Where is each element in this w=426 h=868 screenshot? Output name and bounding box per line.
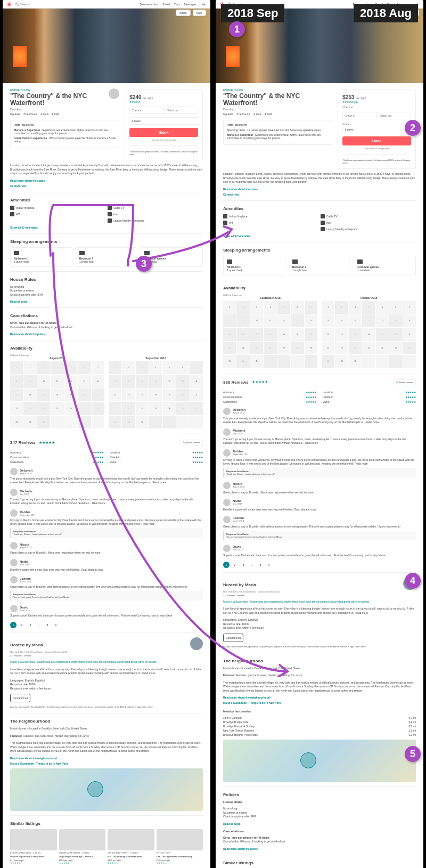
page-number[interactable]: 9 [53, 622, 59, 628]
calendar-day[interactable] [403, 355, 416, 368]
calendar-day[interactable]: 10 [136, 375, 149, 387]
calendar-day[interactable]: 3 [250, 301, 263, 314]
calendar-day[interactable]: 19 [64, 388, 77, 401]
airbnb-logo-icon[interactable]: ◉ [7, 1, 12, 7]
calendar-day[interactable]: 15 [223, 328, 236, 340]
calendar-day[interactable]: 1 [223, 301, 236, 314]
calendar-day[interactable]: 19 [376, 328, 389, 340]
calendar-day[interactable] [389, 355, 402, 368]
contact-host-button[interactable]: Contact host [223, 634, 243, 642]
calendar-day[interactable]: 11 [51, 375, 63, 387]
calendar-day[interactable]: 30 [236, 355, 249, 368]
guidebook-link[interactable]: Maria's Guidebook · Things to do in New … [223, 701, 416, 704]
calendar-day[interactable]: 26 [277, 342, 290, 354]
cancel-policy-link[interactable]: Read more about the policy [223, 847, 416, 850]
calendar-day[interactable]: 11 [264, 314, 276, 327]
calendar-day[interactable] [190, 416, 203, 428]
reviewer-avatar[interactable] [223, 482, 231, 489]
calendar-day[interactable]: 5 [64, 361, 77, 374]
calendar-day[interactable]: 21 [190, 388, 203, 401]
page-number[interactable]: 3 [27, 622, 34, 628]
calendar-day[interactable]: 10 [349, 314, 362, 327]
calendar-day[interactable]: 30 [23, 416, 36, 428]
read-rules-link[interactable]: Read all rules [10, 300, 203, 303]
calendar-day[interactable]: 4 [149, 361, 162, 374]
calendar-day[interactable]: 4 [51, 361, 63, 374]
calendar-day[interactable]: 16 [23, 388, 36, 401]
nav-saved[interactable]: Saved [162, 3, 170, 6]
calendar-day[interactable]: 27 [291, 342, 304, 354]
calendar-day[interactable]: 6 [78, 361, 91, 374]
calendar-day[interactable]: 8 [223, 314, 236, 327]
calendar-day[interactable] [362, 355, 375, 368]
calendar-day[interactable]: 6 [389, 301, 402, 314]
page-number[interactable]: 3 [240, 562, 247, 568]
calendar-day[interactable]: 17 [136, 388, 149, 401]
calendar-day[interactable]: 28 [305, 342, 317, 354]
calendar-day[interactable]: 12 [64, 375, 77, 387]
calendar-month[interactable]: October 2018 123456789101112131415161718… [322, 296, 416, 368]
nav-messages[interactable]: Messages [184, 3, 196, 6]
calendar-day[interactable]: 17 [250, 328, 263, 340]
page-number[interactable]: 2 [232, 562, 238, 568]
save-button[interactable]: Save [193, 10, 206, 16]
read-rules-link[interactable]: Read all rules [223, 822, 416, 825]
calendar-day[interactable]: 25 [264, 342, 276, 354]
reviewer-avatar[interactable] [10, 509, 18, 517]
similar-listing-card[interactable]: ENTIRE APARTMENT · 2 BEDSLarge Bright En… [59, 829, 106, 864]
neighborhood-more-link[interactable]: Read more about the neighbourhood [10, 757, 203, 760]
calendar-day[interactable]: 12 [376, 314, 389, 327]
checkout-input[interactable]: Check out [165, 107, 198, 114]
calendar-day[interactable]: 21 [305, 328, 317, 340]
page-number[interactable]: ... [249, 562, 255, 568]
calendar-day[interactable]: 7 [403, 301, 416, 314]
calendar-day[interactable]: 30 [335, 355, 348, 368]
calendar-day[interactable]: 17 [349, 328, 362, 340]
calendar-day[interactable]: 3 [349, 301, 362, 314]
calendar-day[interactable]: 29 [10, 416, 23, 428]
calendar-day[interactable]: 24 [37, 402, 50, 415]
contact-host-link[interactable]: Contact host [223, 193, 416, 196]
calendar-day[interactable]: 1 [109, 361, 121, 374]
calendar-day[interactable]: 30 [122, 416, 135, 428]
share-button[interactable]: Share [176, 10, 190, 16]
calendar-day[interactable]: 7 [190, 361, 203, 374]
calendar-day[interactable]: 26 [64, 402, 77, 415]
calendar-day[interactable]: 24 [136, 402, 149, 415]
calendar-day[interactable]: 21 [403, 328, 416, 340]
calendar-day[interactable]: 8 [322, 314, 334, 327]
reviewer-avatar[interactable] [10, 468, 18, 475]
review-pagination[interactable]: 123...89 [10, 622, 203, 628]
calendar-day[interactable]: 25 [149, 402, 162, 415]
calendar-day[interactable]: 9 [122, 375, 135, 387]
neighborhood-map[interactable] [10, 768, 203, 811]
calendar-day[interactable]: 1 [10, 361, 23, 374]
calendar-day[interactable]: 13 [78, 375, 91, 387]
calendar-day[interactable]: 29 [322, 355, 334, 368]
calendar-day[interactable]: 22 [322, 342, 334, 354]
reviewer-avatar[interactable] [10, 576, 18, 583]
calendar-day[interactable]: 13 [291, 314, 304, 327]
calendar-day[interactable]: 24 [349, 342, 362, 354]
checkout-input[interactable]: Check out [378, 112, 411, 119]
calendar-day[interactable]: 20 [176, 388, 189, 401]
calendar-day[interactable]: 20 [291, 328, 304, 340]
calendar-day[interactable]: 28 [403, 342, 416, 354]
page-number[interactable]: 9 [266, 562, 272, 568]
similar-listing-card[interactable]: ENTIRE LOFTThe LOFT apartment: Williamsb… [157, 829, 203, 864]
page-number[interactable]: 8 [257, 562, 264, 568]
calendar-day[interactable]: 16 [335, 328, 348, 340]
neighborhood-map[interactable] [223, 740, 416, 782]
calendar-day[interactable]: 23 [236, 342, 249, 354]
calendar-day[interactable] [176, 416, 189, 428]
calendar-day[interactable]: 4 [362, 301, 375, 314]
similar-listing-card[interactable]: ENTIRE APARTMENT · 2 BEDSNYC 1st Shippin… [108, 829, 154, 864]
calendar-day[interactable] [305, 355, 317, 368]
calendar-day[interactable]: 14 [190, 375, 203, 387]
page-number[interactable]: 1 [223, 562, 230, 568]
calendar-day[interactable]: 26 [376, 342, 389, 354]
checkin-input[interactable]: Check in [342, 112, 376, 119]
calendar-day[interactable]: 28 [92, 402, 104, 415]
host-avatar-large[interactable] [190, 637, 203, 650]
calendar-day[interactable]: 2 [122, 361, 135, 374]
